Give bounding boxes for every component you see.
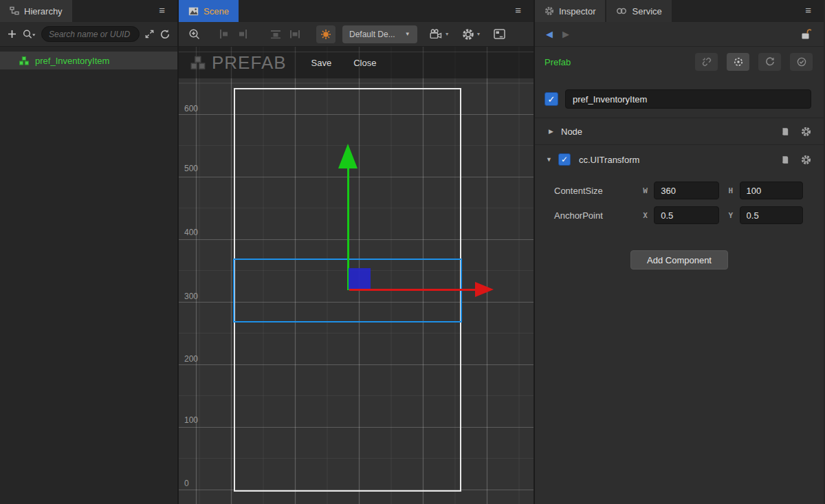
settings-caret-icon: ▼ <box>476 32 481 36</box>
ruler-label: 200 <box>184 354 198 364</box>
uitransform-enabled-checkbox[interactable]: ✓ <box>558 153 571 166</box>
tab-hierarchy[interactable]: Hierarchy <box>0 0 72 22</box>
refresh-icon[interactable] <box>160 29 170 40</box>
prefab-asset-row: Prefab <box>544 53 813 71</box>
prefab-label: Prefab <box>544 57 571 67</box>
uitransform-docs-icon[interactable] <box>780 155 790 165</box>
align-right-icon[interactable] <box>237 29 249 39</box>
width-key-label: W <box>643 186 654 195</box>
node-label: pref_InventoryItem <box>35 56 109 66</box>
scene-tabbar: Scene ≡ <box>179 0 534 22</box>
node-docs-icon[interactable] <box>780 127 790 137</box>
nav-forward-button[interactable]: ▶ <box>562 29 569 39</box>
distribute-horizontal-icon[interactable] <box>270 29 282 39</box>
prefab-close-button[interactable]: Close <box>353 58 376 68</box>
hierarchy-node-pref-inventoryitem[interactable]: pref_InventoryItem <box>0 52 177 69</box>
gizmo-x-axis[interactable] <box>349 289 475 291</box>
hierarchy-tabbar: Hierarchy ≡ <box>0 0 177 22</box>
lock-open-icon[interactable] <box>800 28 813 40</box>
hierarchy-tree-icon <box>10 6 19 16</box>
node-name-input[interactable] <box>565 89 811 109</box>
tab-scene-label: Scene <box>204 6 229 17</box>
node-name-row: ✓ <box>544 89 811 109</box>
anchor-x-key-label: X <box>643 211 654 220</box>
anchor-point-row: AnchorPoint X Y <box>554 206 803 224</box>
anchor-point-label: AnchorPoint <box>554 210 643 221</box>
uitransform-section-header[interactable]: ▼ ✓ cc.UITransform <box>535 145 824 174</box>
tab-inspector-label: Inspector <box>559 6 595 17</box>
ruler-label: 600 <box>184 104 198 113</box>
hierarchy-search-input[interactable] <box>41 26 140 42</box>
content-size-row: ContentSize W H <box>554 182 803 199</box>
scene-image-icon <box>188 7 199 16</box>
layout-windows-icon[interactable] <box>494 29 505 39</box>
ruler-label: 300 <box>184 292 198 301</box>
device-dropdown[interactable]: Default De... ▼ <box>342 25 417 43</box>
scene-panel: Scene ≡ Default De... <box>179 0 535 504</box>
prefab-cubes-icon <box>19 56 30 66</box>
tab-scene[interactable]: Scene <box>179 0 239 22</box>
gizmo-x-arrowhead-icon[interactable] <box>475 282 494 297</box>
node-active-checkbox[interactable]: ✓ <box>544 92 558 106</box>
anchor-point-x-input[interactable] <box>654 206 718 224</box>
node-section-title: Node <box>561 127 582 137</box>
restore-prefab-button[interactable] <box>758 53 781 71</box>
inspector-menu-icon[interactable]: ≡ <box>805 4 811 16</box>
camera-caret-icon: ▼ <box>445 32 450 36</box>
search-filter-button[interactable] <box>22 29 36 40</box>
uitransform-settings-gear-icon[interactable] <box>801 155 811 165</box>
height-key-label: H <box>729 186 740 195</box>
prefab-watermark-cubes-icon <box>190 55 206 71</box>
locate-prefab-asset-button[interactable] <box>727 53 749 71</box>
anchor-y-key-label: Y <box>729 211 740 220</box>
nav-back-button[interactable]: ◀ <box>546 29 553 39</box>
ruler-label: 500 <box>184 164 198 173</box>
node-collapse-icon[interactable]: ▶ <box>549 128 561 135</box>
device-dropdown-caret-icon: ▼ <box>405 31 410 37</box>
uitransform-section-title: cc.UITransform <box>579 155 639 165</box>
prefab-watermark-title: PREFAB <box>212 52 287 74</box>
distribute-vertical-icon[interactable] <box>289 29 301 39</box>
prefab-save-button[interactable]: Save <box>311 58 332 68</box>
scene-light-toggle[interactable] <box>316 25 336 43</box>
content-size-width-input[interactable] <box>654 182 718 199</box>
zoom-tool-icon[interactable] <box>188 28 201 41</box>
hierarchy-menu-icon[interactable]: ≡ <box>159 4 165 16</box>
inspector-panel: Inspector Service ≡ ◀ ▶ Prefab <box>535 0 824 504</box>
scene-settings-button[interactable]: ▼ <box>462 28 481 41</box>
ruler-label: 100 <box>184 415 198 425</box>
apply-prefab-button[interactable] <box>790 53 813 71</box>
tab-service-label: Service <box>632 6 661 17</box>
camera-settings-button[interactable]: ▼ <box>430 29 450 39</box>
inspector-nav-row: ◀ ▶ <box>535 22 824 47</box>
hierarchy-tree: pref_InventoryItem <box>0 47 177 504</box>
tab-hierarchy-label: Hierarchy <box>24 6 63 17</box>
hierarchy-toolbar <box>0 22 177 47</box>
inspector-gear-icon <box>544 6 554 16</box>
device-dropdown-value: Default De... <box>349 30 395 39</box>
add-node-button[interactable] <box>7 29 17 39</box>
prefab-edit-bar: PREFAB Save Close <box>179 47 534 78</box>
scene-toolbar: Default De... ▼ ▼ ▼ <box>179 22 534 47</box>
uitransform-collapse-icon[interactable]: ▼ <box>546 156 558 163</box>
gizmo-y-arrowhead-icon[interactable] <box>338 144 358 168</box>
node-section-header[interactable]: ▶ Node <box>535 118 824 144</box>
content-size-label: ContentSize <box>554 186 643 196</box>
inspector-tabbar: Inspector Service ≡ <box>535 0 824 22</box>
tab-service[interactable]: Service <box>606 0 671 22</box>
tab-inspector[interactable]: Inspector <box>535 0 605 22</box>
scene-viewport[interactable]: PREFAB Save Close 6005004003002001000 <box>179 47 534 504</box>
add-component-button[interactable]: Add Component <box>630 250 728 270</box>
expand-collapse-icon[interactable] <box>144 29 155 39</box>
hierarchy-panel: Hierarchy ≡ pref_Invento <box>0 0 179 504</box>
gizmo-xy-plane-handle[interactable] <box>349 268 371 289</box>
scene-menu-icon[interactable]: ≡ <box>515 4 521 16</box>
ruler-label: 400 <box>184 228 198 237</box>
node-settings-gear-icon[interactable] <box>801 127 811 137</box>
unlink-prefab-button[interactable] <box>695 53 718 71</box>
anchor-point-y-input[interactable] <box>740 206 803 224</box>
content-size-height-input[interactable] <box>740 182 803 199</box>
align-left-icon[interactable] <box>219 29 230 39</box>
service-link-icon <box>616 7 627 15</box>
cocos-creator-editor: Hierarchy ≡ pref_Invento <box>0 0 825 504</box>
